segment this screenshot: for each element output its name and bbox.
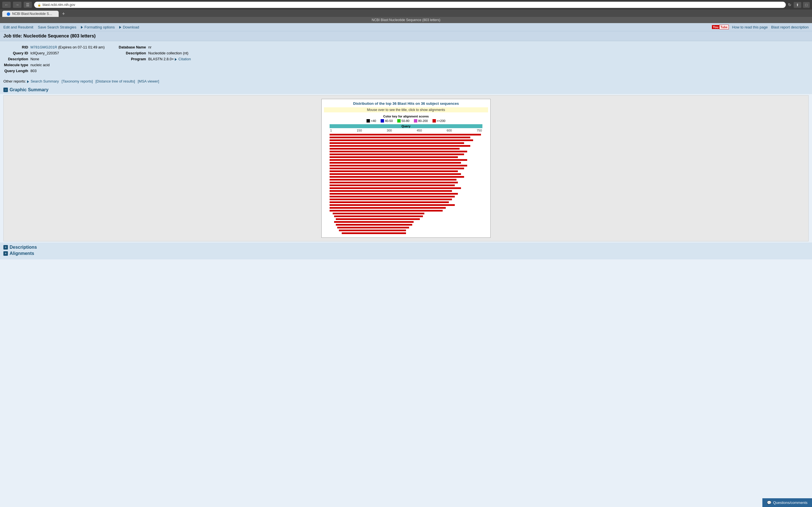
hit-row[interactable] bbox=[329, 193, 483, 195]
active-tab[interactable]: NCBI Blast:Nucleotide Sequence (803 lett… bbox=[2, 11, 59, 17]
hit-row[interactable] bbox=[329, 218, 483, 220]
hit-bar[interactable] bbox=[329, 145, 470, 147]
hit-row[interactable] bbox=[329, 196, 483, 198]
hit-bar[interactable] bbox=[329, 151, 467, 152]
hit-row[interactable] bbox=[329, 139, 483, 142]
hit-row[interactable] bbox=[329, 173, 483, 175]
hit-bar[interactable] bbox=[329, 170, 458, 172]
hit-bar[interactable] bbox=[333, 213, 424, 214]
alignments-toggle[interactable]: + bbox=[3, 251, 8, 256]
download-link[interactable]: Download bbox=[123, 25, 139, 29]
hit-bar[interactable] bbox=[334, 221, 414, 223]
hit-bar[interactable] bbox=[329, 168, 464, 169]
hit-row[interactable] bbox=[329, 148, 483, 150]
hit-row[interactable] bbox=[329, 187, 483, 189]
hit-bar[interactable] bbox=[329, 148, 460, 150]
hit-row[interactable] bbox=[329, 227, 483, 229]
hit-bar[interactable] bbox=[334, 216, 423, 217]
hit-row[interactable] bbox=[329, 210, 483, 212]
hit-bar[interactable] bbox=[329, 162, 461, 164]
hit-row[interactable] bbox=[329, 151, 483, 153]
hit-row[interactable] bbox=[329, 162, 483, 164]
hit-bar[interactable] bbox=[329, 184, 455, 186]
hit-bar[interactable] bbox=[329, 136, 470, 138]
hit-bar[interactable] bbox=[329, 202, 449, 203]
search-summary-link[interactable]: Search Summary bbox=[31, 79, 59, 83]
hit-row[interactable] bbox=[329, 207, 483, 209]
hit-bar[interactable] bbox=[329, 199, 452, 200]
hit-row[interactable] bbox=[329, 204, 483, 206]
graphic-summary-toggle[interactable]: − bbox=[3, 88, 8, 92]
hit-bar[interactable] bbox=[329, 207, 446, 209]
hit-row[interactable] bbox=[329, 182, 483, 184]
hit-bar[interactable] bbox=[329, 159, 467, 161]
edit-resubmit-link[interactable]: Edit and Resubmit bbox=[3, 25, 33, 29]
hit-bar[interactable] bbox=[329, 134, 481, 135]
hit-bar[interactable] bbox=[336, 224, 412, 226]
hit-row[interactable] bbox=[329, 232, 483, 234]
hit-bar[interactable] bbox=[337, 227, 409, 228]
descriptions-toggle[interactable]: + bbox=[3, 245, 8, 249]
taxonomy-reports-link[interactable]: [Taxonomy reports] bbox=[62, 79, 93, 83]
alignments-title[interactable]: Alignments bbox=[10, 251, 34, 256]
hit-row[interactable] bbox=[329, 159, 483, 161]
hit-row[interactable] bbox=[329, 165, 483, 167]
hit-bar[interactable] bbox=[329, 210, 443, 212]
hit-bar[interactable] bbox=[329, 190, 452, 192]
back-button[interactable]: ← bbox=[2, 2, 11, 8]
hit-row[interactable] bbox=[329, 190, 483, 192]
save-search-link[interactable]: Save Search Strategies bbox=[38, 25, 77, 29]
new-tab-button[interactable]: + bbox=[60, 11, 67, 17]
share-button[interactable]: ⬆ bbox=[794, 2, 801, 8]
hit-bar[interactable] bbox=[329, 196, 455, 198]
hit-bar[interactable] bbox=[329, 193, 458, 194]
hit-row[interactable] bbox=[329, 168, 483, 170]
hit-row[interactable] bbox=[329, 134, 483, 136]
reload-button[interactable]: ↻ bbox=[788, 3, 792, 7]
hit-bar[interactable] bbox=[329, 179, 456, 180]
hit-bar[interactable] bbox=[329, 173, 461, 175]
hit-row[interactable] bbox=[329, 216, 483, 217]
hit-row[interactable] bbox=[329, 170, 483, 172]
blast-report-desc-link[interactable]: Blast report description bbox=[771, 25, 809, 29]
hit-bar[interactable] bbox=[329, 176, 464, 178]
hit-row[interactable] bbox=[329, 221, 483, 223]
how-to-read-link[interactable]: How to read this page bbox=[732, 25, 768, 29]
hit-bar[interactable] bbox=[329, 204, 455, 206]
hit-bar[interactable] bbox=[329, 187, 461, 189]
hit-row[interactable] bbox=[329, 179, 483, 181]
hit-row[interactable] bbox=[329, 224, 483, 226]
hit-row[interactable] bbox=[329, 145, 483, 147]
reader-view-button[interactable]: ☰ bbox=[24, 2, 32, 8]
formatting-options-link[interactable]: Formatting options bbox=[84, 25, 115, 29]
hit-bar[interactable] bbox=[329, 156, 458, 158]
hit-row[interactable] bbox=[329, 230, 483, 231]
graphic-summary-title[interactable]: Graphic Summary bbox=[10, 87, 49, 93]
msa-viewer-link[interactable]: [MSA viewer] bbox=[138, 79, 159, 83]
descriptions-title[interactable]: Descriptions bbox=[10, 245, 37, 250]
hit-row[interactable] bbox=[329, 154, 483, 156]
hit-bar[interactable] bbox=[329, 142, 464, 144]
citation-link[interactable]: Citation bbox=[179, 57, 191, 61]
hit-bar[interactable] bbox=[339, 230, 406, 231]
hit-bar[interactable] bbox=[329, 182, 458, 183]
questions-comments-button[interactable]: 💬 Questions/comments bbox=[762, 498, 812, 507]
hit-row[interactable] bbox=[329, 199, 483, 201]
address-bar[interactable]: 🔒 blast.ncbi.nlm.nih.gov bbox=[34, 2, 786, 8]
rid-link[interactable]: M781GMG201R bbox=[31, 45, 57, 49]
hit-row[interactable] bbox=[329, 176, 483, 178]
hit-bar[interactable] bbox=[329, 139, 473, 141]
distance-tree-link[interactable]: [Distance tree of results] bbox=[96, 79, 135, 83]
hit-bar[interactable] bbox=[329, 154, 464, 155]
hit-bar[interactable] bbox=[329, 165, 467, 166]
hit-row[interactable] bbox=[329, 156, 483, 158]
hit-row[interactable] bbox=[329, 202, 483, 203]
hit-bar[interactable] bbox=[342, 232, 406, 234]
hit-row[interactable] bbox=[329, 142, 483, 144]
hit-row[interactable] bbox=[329, 184, 483, 186]
forward-button[interactable]: → bbox=[13, 2, 21, 8]
fullscreen-button[interactable]: □ bbox=[803, 2, 810, 8]
hit-row[interactable] bbox=[329, 136, 483, 138]
hit-bar[interactable] bbox=[336, 218, 420, 220]
hit-row[interactable] bbox=[329, 213, 483, 215]
